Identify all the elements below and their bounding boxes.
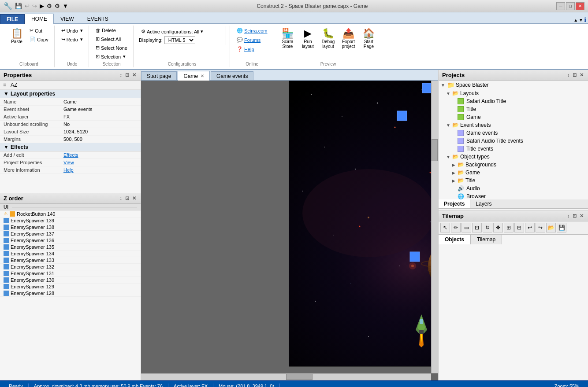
undo-button[interactable]: ↩ Undo ▾ — [59, 26, 85, 35]
list-item[interactable]: EnemySpawner 131 — [0, 270, 141, 277]
project-properties-link[interactable]: View — [62, 159, 141, 166]
tree-game-events[interactable]: Game events — [439, 129, 588, 137]
tab-game[interactable]: Game ✕ — [178, 71, 210, 81]
tab-events[interactable]: EVENTS — [81, 14, 115, 23]
tree-safari-events[interactable]: Safari Audio Title events — [439, 137, 588, 145]
redo-button[interactable]: ↪ Redo ▾ — [59, 35, 85, 44]
undo-dropdown-icon[interactable]: ▾ — [80, 28, 83, 33]
zorder-float-btn[interactable]: ⊡ — [124, 195, 130, 201]
tree-game-layout[interactable]: Game — [439, 113, 588, 121]
tree-backgrounds-folder[interactable]: ▶ 📂 Backgrounds — [439, 161, 588, 169]
events-toggle[interactable]: ▼ — [446, 123, 451, 128]
info-quick-btn[interactable]: ⚙ — [55, 3, 60, 9]
config-dropdown-icon[interactable]: ▾ — [201, 29, 203, 34]
tilemap-save-btn[interactable]: 💾 — [557, 223, 566, 232]
copy-button[interactable]: 📄 Copy — [27, 35, 51, 44]
run-layout-button[interactable]: ▶ Run layout — [298, 26, 317, 51]
expand-quick-btn[interactable]: ▼ — [63, 3, 68, 9]
list-item[interactable]: EnemySpawner 139 — [0, 217, 141, 224]
selection-dropdown-icon[interactable]: ▾ — [123, 54, 126, 59]
tree-event-sheets-folder[interactable]: ▼ 📂 Event sheets — [439, 121, 588, 129]
objects-toggle[interactable]: ▼ — [446, 155, 451, 159]
tilemap-select-none-btn[interactable]: ⊟ — [514, 223, 524, 232]
tree-browser[interactable]: 🌐 Browser — [439, 192, 588, 199]
bg-toggle[interactable]: ▶ — [451, 162, 456, 167]
redo-dropdown-icon[interactable]: ▾ — [80, 37, 83, 42]
forums-link[interactable]: 💬 Forums — [234, 36, 270, 44]
prop-close-btn[interactable]: ✕ — [131, 72, 137, 78]
zorder-pin-btn[interactable]: ↕ — [119, 195, 123, 201]
minimize-btn[interactable]: ─ — [556, 2, 565, 10]
objects-footer-tab[interactable]: Objects — [439, 235, 471, 244]
select-none-button[interactable]: ⊟ Select None — [93, 44, 130, 52]
tree-game-folder[interactable]: ▶ 📂 Game — [439, 169, 588, 177]
list-item[interactable]: EnemySpawner 136 — [0, 237, 141, 244]
proj-pin-btn[interactable]: ↕ — [566, 72, 571, 78]
zorder-close-btn[interactable]: ✕ — [131, 195, 137, 201]
list-item[interactable]: EnemySpawner 129 — [0, 284, 141, 290]
title-folder-toggle[interactable]: ▶ — [451, 178, 456, 183]
tree-object-types-folder[interactable]: ▼ 📂 Object types — [439, 153, 588, 161]
v-scrollbar[interactable] — [431, 81, 438, 373]
export-project-button[interactable]: 📤 Export project — [339, 26, 358, 51]
effects-link[interactable]: Effects — [62, 151, 141, 158]
tilemap-open-btn[interactable]: 📂 — [546, 223, 556, 232]
tilemap-move-btn[interactable]: ✥ — [493, 223, 503, 232]
tilemap-rotate-btn[interactable]: ↻ — [483, 223, 492, 232]
layers-tab[interactable]: Layers — [470, 199, 497, 208]
redo-quick-btn[interactable]: ↪ — [32, 3, 37, 9]
tilemap-fill-btn[interactable]: ⊡ — [472, 223, 482, 232]
tilemap-pencil-btn[interactable]: ✏ — [451, 223, 461, 232]
run-quick-btn[interactable]: ▶ — [40, 3, 44, 9]
list-item[interactable]: ⚠RocketButton 140 — [0, 210, 141, 217]
prop-pin-btn[interactable]: ↕ — [119, 72, 123, 78]
cut-button[interactable]: ✂ Cut — [27, 26, 51, 35]
tilemap-float-btn[interactable]: ⊡ — [572, 213, 577, 219]
active-config-button[interactable]: ⚙ Active configurations: All ▾ — [139, 27, 225, 36]
tab-view[interactable]: VIEW — [54, 14, 81, 23]
prop-sort-btn[interactable]: ≡ — [2, 81, 7, 88]
list-item[interactable]: EnemySpawner 132 — [0, 264, 141, 270]
root-toggle[interactable]: ▼ — [440, 83, 446, 88]
tilemap-select-all-btn[interactable]: ⊞ — [504, 223, 514, 232]
tree-safari-title[interactable]: Safari Audio Title — [439, 97, 588, 105]
tab-game-events[interactable]: Game events — [211, 71, 253, 80]
tree-title-events[interactable]: Title events — [439, 145, 588, 153]
projects-tab[interactable]: Projects — [439, 199, 470, 208]
tree-layouts-folder[interactable]: ▼ 📂 Layouts — [439, 89, 588, 97]
delete-button[interactable]: 🗑 Delete — [93, 26, 130, 34]
proj-float-btn[interactable]: ⊡ — [572, 72, 577, 78]
list-item[interactable]: EnemySpawner 128 — [0, 290, 141, 297]
undo-quick-btn[interactable]: ↩ — [25, 3, 30, 9]
list-item[interactable]: EnemySpawner 130 — [0, 277, 141, 284]
maximize-btn[interactable]: □ — [566, 2, 575, 10]
tilemap-cursor-btn[interactable]: ↖ — [440, 223, 450, 232]
proj-close-btn[interactable]: ✕ — [579, 72, 584, 78]
html-select[interactable]: HTML 5 — [164, 36, 195, 44]
tilemap-footer-tab[interactable]: Tilemap — [471, 235, 502, 244]
ribbon-scroll-down[interactable]: ▼ — [579, 18, 583, 22]
settings-quick-btn[interactable]: ⚙ — [47, 3, 52, 9]
tilemap-pin-btn[interactable]: ↕ — [566, 213, 571, 219]
more-info-link[interactable]: Help — [62, 166, 141, 173]
list-item[interactable]: EnemySpawner 138 — [0, 224, 141, 231]
tab-file[interactable]: FILE — [0, 14, 25, 24]
tree-root[interactable]: ▼ 📁 Space Blaster — [439, 81, 588, 89]
help-link[interactable]: ❓ Help — [234, 45, 270, 53]
select-all-button[interactable]: ⊞ Select All — [93, 35, 130, 43]
tab-home[interactable]: HOME — [25, 14, 54, 24]
game-folder-toggle[interactable]: ▶ — [451, 170, 456, 175]
tilemap-undo-btn[interactable]: ↩ — [525, 223, 535, 232]
scirra-link[interactable]: 🌐 Scirra.com — [234, 26, 270, 35]
layout-section-header[interactable]: ▼ Layout properties — [0, 90, 141, 98]
h-scrollbar[interactable] — [141, 373, 431, 380]
h-scrollbar-thumb[interactable] — [286, 374, 313, 380]
debug-layout-button[interactable]: 🐛 Debug layout — [318, 26, 338, 51]
tilemap-redo-btn[interactable]: ↪ — [536, 223, 545, 232]
tree-title-folder[interactable]: ▶ 📂 Title — [439, 177, 588, 184]
quick-save-btn[interactable]: 💾 — [15, 3, 22, 9]
list-item[interactable]: EnemySpawner 134 — [0, 251, 141, 257]
close-btn[interactable]: ✕ — [576, 2, 584, 10]
tilemap-rect-btn[interactable]: ▭ — [461, 223, 471, 232]
prop-az-btn[interactable]: AZ — [9, 81, 19, 88]
